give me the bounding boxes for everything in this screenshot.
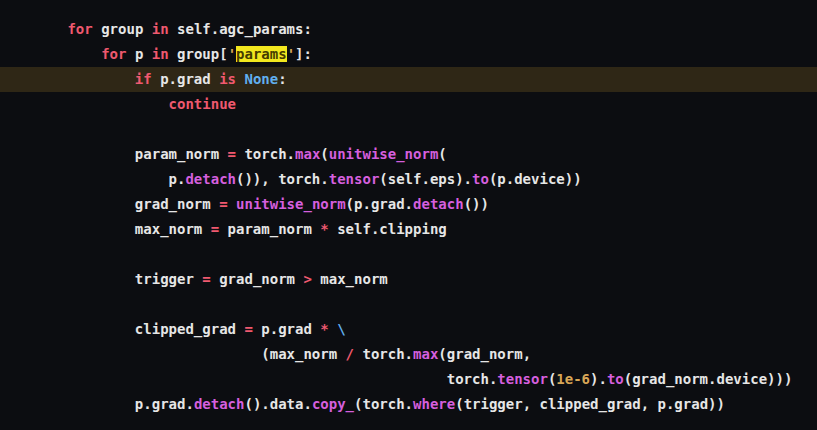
- code-token-operator: >: [303, 271, 311, 287]
- code-token-function: tensor: [497, 371, 548, 387]
- code-token-plain: :: [278, 71, 286, 87]
- code-token-plain: ()): [464, 196, 489, 212]
- code-token-plain: param_norm: [135, 146, 228, 162]
- code-token-plain: (trigger, clipped_grad, p.grad)): [455, 396, 725, 412]
- code-token-plain: ()), torch.: [236, 171, 329, 187]
- code-token-plain: param_norm: [219, 221, 320, 237]
- code-token-function: max: [413, 346, 438, 362]
- code-token-plain: [329, 321, 337, 337]
- code-indent: [0, 271, 135, 287]
- code-token-plain: (grad_norm,: [438, 346, 531, 362]
- code-line: [0, 117, 817, 142]
- search-match-highlight: params: [236, 46, 287, 62]
- code-token-operator: *: [320, 321, 328, 337]
- code-indent: [0, 196, 135, 212]
- code-token-number: 1e-6: [556, 371, 590, 387]
- code-indent: [0, 346, 261, 362]
- code-token-constant: \: [337, 321, 345, 337]
- code-token-keyword: continue: [169, 96, 236, 112]
- code-token-plain: (max_norm: [261, 346, 345, 362]
- code-line: clipped_grad = p.grad * \: [0, 317, 817, 342]
- code-token-keyword: for: [67, 21, 92, 37]
- code-indent: [0, 21, 67, 37]
- code-token-plain: p.grad.: [135, 396, 194, 412]
- code-token-function: unitwise_norm: [329, 146, 439, 162]
- code-indent: [0, 221, 135, 237]
- code-token-plain: p.grad: [152, 71, 219, 87]
- code-line: p.detach()), torch.tensor(self.eps).to(p…: [0, 167, 817, 192]
- code-indent: [0, 96, 169, 112]
- code-indent: [0, 371, 447, 387]
- code-token-operator: =: [219, 196, 227, 212]
- code-line: continue: [0, 92, 817, 117]
- code-indent: [0, 46, 101, 62]
- code-line: for group in self.agc_params:: [0, 17, 817, 42]
- code-token-plain: (p.grad.: [346, 196, 413, 212]
- code-token-plain: torch.: [236, 146, 295, 162]
- code-indent: [0, 321, 135, 337]
- code-token-operator: =: [202, 271, 210, 287]
- code-token-plain: group: [93, 21, 152, 37]
- code-token-plain: p: [126, 46, 151, 62]
- code-token-keyword: in: [152, 21, 169, 37]
- code-token-operator: /: [346, 346, 354, 362]
- code-token-plain: p.grad: [253, 321, 320, 337]
- code-token-keyword: for: [101, 46, 126, 62]
- code-token-plain: ().data.: [244, 396, 311, 412]
- code-line: [0, 292, 817, 317]
- code-token-plain: max_norm: [312, 271, 388, 287]
- code-token-function: detach: [194, 396, 245, 412]
- code-token-plain: [228, 196, 236, 212]
- code-token-string: ': [287, 46, 295, 62]
- code-token-function: detach: [413, 196, 464, 212]
- code-token-function: copy_: [312, 396, 354, 412]
- code-line: max_norm = param_norm * self.clipping: [0, 217, 817, 242]
- code-line: [0, 242, 817, 267]
- code-token-constant: None: [244, 71, 278, 87]
- code-indent: [0, 396, 135, 412]
- code-token-function: to: [472, 171, 489, 187]
- code-token-keyword: in: [152, 46, 169, 62]
- code-line: (max_norm / torch.max(grad_norm,: [0, 342, 817, 367]
- code-line-current: if p.grad is None:: [0, 67, 817, 92]
- code-token-operator: =: [228, 146, 236, 162]
- code-indent: [0, 171, 169, 187]
- code-token-operator: =: [211, 221, 219, 237]
- code-token-keyword: if: [135, 71, 152, 87]
- code-token-plain: max_norm: [135, 221, 211, 237]
- code-token-plain: (: [438, 146, 446, 162]
- code-token-function: max: [295, 146, 320, 162]
- code-token-operator: =: [244, 321, 252, 337]
- code-token-plain: ).: [590, 371, 607, 387]
- code-editor[interactable]: for group in self.agc_params: for p in g…: [0, 0, 817, 430]
- code-token-plain: trigger: [135, 271, 202, 287]
- code-token-keyword: is: [219, 71, 236, 87]
- code-line: param_norm = torch.max(unitwise_norm(: [0, 142, 817, 167]
- code-token-plain: (: [320, 146, 328, 162]
- code-token-plain: (torch.: [354, 396, 413, 412]
- code-token-plain: ]:: [295, 46, 312, 62]
- code-token-plain: grad_norm: [211, 271, 304, 287]
- code-token-plain: self.clipping: [329, 221, 447, 237]
- code-token-plain: (p.device)): [489, 171, 582, 187]
- code-token-plain: clipped_grad: [135, 321, 245, 337]
- code-line: trigger = grad_norm > max_norm: [0, 267, 817, 292]
- code-token-function: to: [607, 371, 624, 387]
- code-token-plain: torch.: [447, 371, 498, 387]
- code-token-plain: (self.eps).: [379, 171, 472, 187]
- code-token-plain: (grad_norm.device))): [624, 371, 793, 387]
- code-indent: [0, 71, 135, 87]
- code-line: for p in group['params']:: [0, 42, 817, 67]
- code-token-function: tensor: [329, 171, 380, 187]
- code-token-operator: *: [320, 221, 328, 237]
- code-token-plain: self.agc_params:: [169, 21, 312, 37]
- code-token-function: detach: [185, 171, 236, 187]
- code-line: torch.tensor(1e-6).to(grad_norm.device))…: [0, 367, 817, 392]
- code-line: p.grad.detach().data.copy_(torch.where(t…: [0, 392, 817, 417]
- code-token-plain: torch.: [354, 346, 413, 362]
- code-token-function: unitwise_norm: [236, 196, 346, 212]
- code-token-function: where: [413, 396, 455, 412]
- code-indent: [0, 146, 135, 162]
- code-token-plain: group[: [169, 46, 228, 62]
- code-token-plain: p.: [169, 171, 186, 187]
